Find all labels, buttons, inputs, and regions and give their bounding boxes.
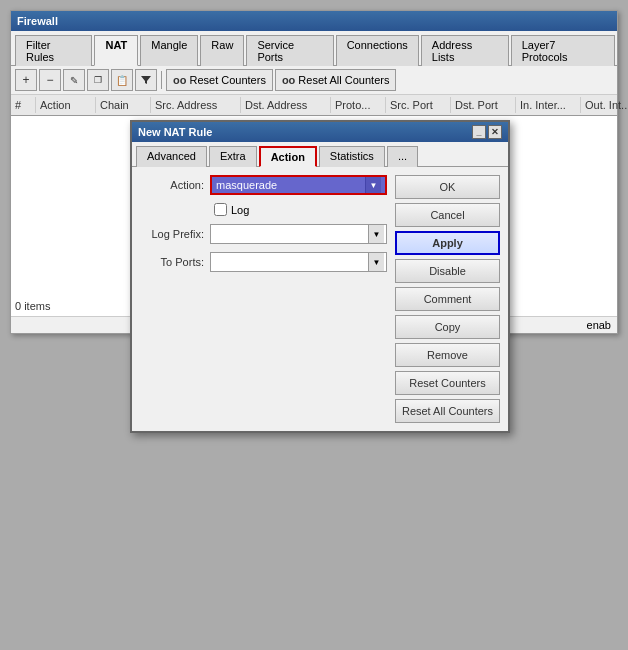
reset-counters-button[interactable]: oo Reset Counters <box>166 69 273 91</box>
dialog-tab-advanced[interactable]: Advanced <box>136 146 207 167</box>
col-src-address: Src. Address <box>151 97 241 113</box>
paste-button[interactable]: 📋 <box>111 69 133 91</box>
to-ports-row: To Ports: ▼ <box>140 252 387 272</box>
tab-nat[interactable]: NAT <box>94 35 138 66</box>
log-row: Log <box>140 203 387 216</box>
table-header: # Action Chain Src. Address Dst. Address… <box>11 95 617 116</box>
action-value: masquerade <box>216 179 277 191</box>
col-dst-address: Dst. Address <box>241 97 331 113</box>
nat-rule-dialog: New NAT Rule _ ✕ Advanced Extra Action S… <box>130 120 510 433</box>
action-row: Action: masquerade ▼ <box>140 175 387 195</box>
col-hash: # <box>11 97 36 113</box>
toolbar: + − ✎ ❐ 📋 oo Reset Counters oo Reset All… <box>11 66 617 95</box>
col-chain: Chain <box>96 97 151 113</box>
log-prefix-label: Log Prefix: <box>140 228 210 240</box>
tab-service-ports[interactable]: Service Ports <box>246 35 333 66</box>
tab-connections[interactable]: Connections <box>336 35 419 66</box>
copy-button[interactable]: ❐ <box>87 69 109 91</box>
col-proto: Proto... <box>331 97 386 113</box>
tab-bar: Filter Rules NAT Mangle Raw Service Port… <box>11 31 617 66</box>
firewall-titlebar: Firewall <box>11 11 617 31</box>
tab-raw[interactable]: Raw <box>200 35 244 66</box>
reset-counters-label: Reset Counters <box>189 74 265 86</box>
separator-1 <box>161 71 162 89</box>
dialog-content: Action: masquerade ▼ Log Log Prefix: <box>132 167 508 431</box>
dialog-tab-more[interactable]: ... <box>387 146 418 167</box>
log-prefix-arrow[interactable]: ▼ <box>368 225 384 243</box>
action-select[interactable]: masquerade ▼ <box>210 175 387 195</box>
remove-button-dialog[interactable]: Remove <box>395 343 500 367</box>
dialog-form: Action: masquerade ▼ Log Log Prefix: <box>140 175 387 423</box>
enable-label: enab <box>587 319 611 331</box>
dialog-tab-extra[interactable]: Extra <box>209 146 257 167</box>
dialog-buttons: OK Cancel Apply Disable Comment Copy Rem… <box>395 175 500 423</box>
disable-button[interactable]: Disable <box>395 259 500 283</box>
col-dst-port: Dst. Port <box>451 97 516 113</box>
action-control: masquerade ▼ <box>210 175 387 195</box>
col-out-int: Out. Int... <box>581 97 628 113</box>
dialog-tab-statistics[interactable]: Statistics <box>319 146 385 167</box>
reset-all-counters-label: Reset All Counters <box>298 74 389 86</box>
copy-button-dialog[interactable]: Copy <box>395 315 500 339</box>
log-checkbox[interactable] <box>214 203 227 216</box>
reset-all-counters-button[interactable]: oo Reset All Counters <box>275 69 397 91</box>
col-in-inter: In. Inter... <box>516 97 581 113</box>
action-dropdown-arrow[interactable]: ▼ <box>365 177 381 193</box>
to-ports-arrow[interactable]: ▼ <box>368 253 384 271</box>
remove-button[interactable]: − <box>39 69 61 91</box>
dialog-title-controls: _ ✕ <box>472 125 502 139</box>
tab-filter-rules[interactable]: Filter Rules <box>15 35 92 66</box>
oo-icon: oo <box>173 74 186 86</box>
reset-all-counters-button-dialog[interactable]: Reset All Counters <box>395 399 500 423</box>
dialog-title: New NAT Rule <box>138 126 212 138</box>
oo-all-icon: oo <box>282 74 295 86</box>
reset-counters-button-dialog[interactable]: Reset Counters <box>395 371 500 395</box>
log-label: Log <box>231 204 249 216</box>
col-src-port: Src. Port <box>386 97 451 113</box>
to-ports-input[interactable]: ▼ <box>210 252 387 272</box>
tab-address-lists[interactable]: Address Lists <box>421 35 509 66</box>
tab-mangle[interactable]: Mangle <box>140 35 198 66</box>
tab-layer7[interactable]: Layer7 Protocols <box>511 35 615 66</box>
apply-button[interactable]: Apply <box>395 231 500 255</box>
firewall-title: Firewall <box>17 15 58 27</box>
close-button[interactable]: ✕ <box>488 125 502 139</box>
dialog-tab-action[interactable]: Action <box>259 146 317 167</box>
filter-icon <box>140 74 152 86</box>
edit-button[interactable]: ✎ <box>63 69 85 91</box>
col-action: Action <box>36 97 96 113</box>
dialog-tabs: Advanced Extra Action Statistics ... <box>132 142 508 167</box>
items-count: 0 items <box>15 300 50 312</box>
minimize-button[interactable]: _ <box>472 125 486 139</box>
dialog-titlebar: New NAT Rule _ ✕ <box>132 122 508 142</box>
cancel-button[interactable]: Cancel <box>395 203 500 227</box>
filter-button[interactable] <box>135 69 157 91</box>
ok-button[interactable]: OK <box>395 175 500 199</box>
action-label: Action: <box>140 179 210 191</box>
log-prefix-row: Log Prefix: ▼ <box>140 224 387 244</box>
to-ports-label: To Ports: <box>140 256 210 268</box>
add-button[interactable]: + <box>15 69 37 91</box>
log-prefix-input[interactable]: ▼ <box>210 224 387 244</box>
comment-button[interactable]: Comment <box>395 287 500 311</box>
